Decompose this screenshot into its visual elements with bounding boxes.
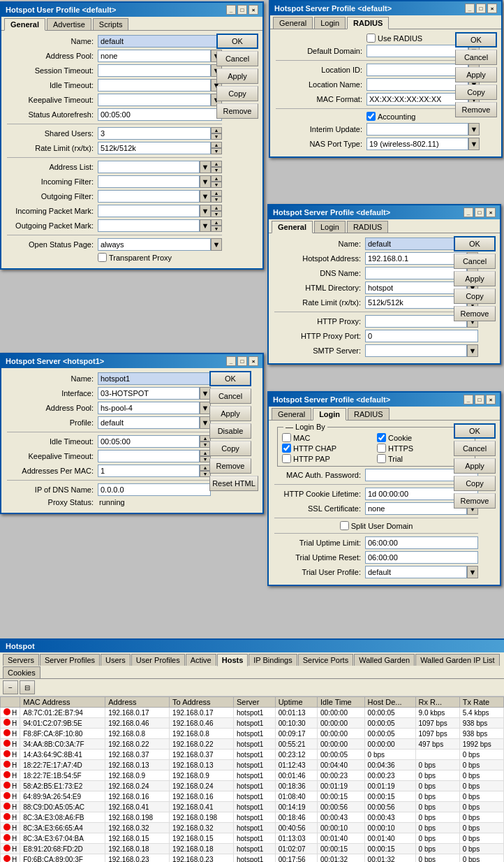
col-rx[interactable]: Rx R... bbox=[415, 697, 459, 708]
interim-update-arrow[interactable]: ▼ bbox=[468, 123, 480, 136]
session-timeout-input[interactable] bbox=[98, 64, 211, 77]
http-proxy-port-input[interactable] bbox=[365, 330, 478, 342]
incoming-filter-arrow[interactable]: ▼ bbox=[200, 175, 211, 188]
outgoing-pkt-mark-updown[interactable]: ▲▼ bbox=[211, 219, 222, 232]
ok-button-4[interactable]: OK bbox=[209, 371, 251, 386]
tab-user-profiles[interactable]: User Profiles bbox=[131, 654, 185, 666]
dns-name-input[interactable] bbox=[365, 267, 467, 279]
table-row[interactable]: H 8C:3A:E3:67:04:BA 192.168.0.15 192.168… bbox=[1, 833, 504, 844]
maximize-btn-2[interactable]: □ bbox=[476, 3, 486, 13]
address-list-input[interactable] bbox=[98, 161, 200, 173]
col-host-de[interactable]: Host De... bbox=[364, 697, 415, 708]
col-type[interactable] bbox=[1, 697, 20, 708]
use-radius-check[interactable] bbox=[366, 34, 376, 43]
tab-general-3[interactable]: General bbox=[272, 221, 313, 233]
http-proxy-input[interactable] bbox=[365, 315, 467, 328]
apply-button[interactable]: Apply bbox=[216, 68, 258, 84]
minimize-btn-3[interactable]: _ bbox=[464, 207, 473, 217]
col-idle[interactable]: Idle Time bbox=[318, 697, 365, 708]
status-autorefresh-input[interactable] bbox=[98, 108, 222, 121]
tab-scripts[interactable]: Scripts bbox=[93, 18, 129, 30]
cancel-button-4[interactable]: Cancel bbox=[209, 388, 251, 404]
tab-walled-garden-ip[interactable]: Walled Garden IP List bbox=[415, 654, 499, 666]
table-row[interactable]: H 88:C9:D0:A5:05:AC 192.168.0.41 192.168… bbox=[1, 802, 504, 812]
rate-limit-input[interactable] bbox=[98, 142, 211, 154]
tab-users[interactable]: Users bbox=[101, 654, 131, 666]
smtp-server-input[interactable] bbox=[365, 344, 467, 357]
html-directory-input[interactable] bbox=[365, 282, 467, 294]
ok-button-3[interactable]: OK bbox=[454, 236, 496, 251]
tab-active[interactable]: Active bbox=[186, 654, 216, 666]
interface-input[interactable] bbox=[98, 387, 200, 400]
tab-radius-5[interactable]: RADIUS bbox=[348, 408, 390, 420]
trial-user-profile-arrow[interactable]: ▼ bbox=[467, 566, 478, 578]
server-idle-timeout-input[interactable] bbox=[98, 435, 200, 448]
transparent-proxy-check[interactable] bbox=[98, 253, 107, 262]
incoming-pkt-mark-updown[interactable]: ▲▼ bbox=[211, 205, 222, 217]
minimize-btn-2[interactable]: _ bbox=[465, 3, 475, 13]
location-name-input[interactable] bbox=[366, 78, 468, 91]
cancel-button-5[interactable]: Cancel bbox=[454, 441, 496, 456]
open-status-page-arrow[interactable]: ▼ bbox=[211, 238, 222, 251]
rate-limit-updown[interactable]: ▲▼ bbox=[211, 142, 222, 154]
ip-dns-name-input[interactable] bbox=[98, 483, 211, 496]
incoming-pkt-mark-arrow[interactable]: ▼ bbox=[200, 205, 211, 217]
disable-button[interactable]: Disable bbox=[209, 423, 251, 439]
server-profile-input[interactable] bbox=[98, 416, 200, 429]
table-row[interactable]: H 18:22:7E:1B:54:5F 192.168.0.9 192.168.… bbox=[1, 770, 504, 781]
tab-login-5[interactable]: Login bbox=[313, 408, 346, 421]
server-keepalive-input[interactable] bbox=[98, 450, 200, 462]
http-chap-check[interactable] bbox=[282, 444, 291, 453]
ssl-certificate-input[interactable] bbox=[365, 502, 467, 515]
tab-login-2[interactable]: Login bbox=[314, 17, 346, 29]
address-list-arrow[interactable]: ▼ bbox=[200, 161, 211, 173]
tab-cookies[interactable]: Cookies bbox=[3, 666, 40, 678]
outgoing-pkt-mark-arrow[interactable]: ▼ bbox=[200, 219, 211, 232]
tab-server-profiles[interactable]: Server Profiles bbox=[40, 654, 100, 666]
rate-limit-input-3[interactable] bbox=[365, 296, 467, 309]
table-row[interactable]: H 58:A2:B5:E1:73:E2 192.168.0.24 192.168… bbox=[1, 781, 504, 791]
tab-hosts[interactable]: Hosts bbox=[217, 654, 249, 666]
table-row[interactable]: H F0:6B:CA:89:00:3F 192.168.0.23 192.168… bbox=[1, 854, 504, 863]
keepalive-input[interactable] bbox=[98, 94, 211, 106]
close-btn-5[interactable]: × bbox=[486, 395, 496, 404]
trial-user-profile-input[interactable] bbox=[365, 566, 467, 578]
copy-button[interactable]: Copy bbox=[216, 86, 258, 101]
col-mac[interactable]: MAC Address bbox=[20, 697, 105, 708]
table-row[interactable]: H 94:01:C2:07:9B:5E 192.168.0.46 192.168… bbox=[1, 718, 504, 729]
table-row[interactable]: H 14:A3:64:9C:8B:41 192.168.0.37 192.168… bbox=[1, 750, 504, 760]
tab-servers[interactable]: Servers bbox=[3, 654, 39, 666]
maximize-btn-4[interactable]: □ bbox=[237, 356, 247, 366]
col-address[interactable]: Address bbox=[105, 697, 170, 708]
address-list-updown[interactable]: ▲▼ bbox=[211, 161, 222, 173]
minimize-btn-4[interactable]: _ bbox=[226, 356, 236, 366]
tab-walled-garden[interactable]: Walled Garden bbox=[354, 654, 415, 666]
close-btn-4[interactable]: × bbox=[249, 356, 258, 366]
remove-button-3[interactable]: Remove bbox=[454, 306, 496, 321]
tab-service-ports[interactable]: Service Ports bbox=[298, 654, 353, 666]
apply-button-5[interactable]: Apply bbox=[454, 458, 496, 474]
trial-check[interactable] bbox=[377, 454, 386, 463]
reset-html-button[interactable]: Reset HTML bbox=[209, 476, 258, 491]
table-row[interactable]: H F8:8F:CA:8F:10:80 192.168.0.8 192.168.… bbox=[1, 729, 504, 739]
close-btn[interactable]: × bbox=[249, 5, 258, 15]
maximize-btn[interactable]: □ bbox=[237, 5, 247, 15]
tab-radius-3[interactable]: RADIUS bbox=[347, 221, 389, 233]
table-row[interactable]: H 8C:3A:E3:66:65:A4 192.168.0.32 192.168… bbox=[1, 823, 504, 833]
maximize-btn-3[interactable]: □ bbox=[475, 207, 484, 217]
cancel-button-3[interactable]: Cancel bbox=[454, 254, 496, 269]
table-row[interactable]: H 34:AA:8B:C0:3A:7F 192.168.0.22 192.168… bbox=[1, 739, 504, 750]
shared-users-input[interactable] bbox=[98, 127, 211, 140]
remove-button[interactable]: Remove bbox=[216, 103, 258, 119]
table-row[interactable]: H 64:89:9A:26:54:E9 192.168.0.16 192.168… bbox=[1, 791, 504, 802]
minimize-btn-5[interactable]: _ bbox=[464, 395, 473, 404]
split-user-domain-check[interactable] bbox=[340, 521, 349, 530]
copy-button-2[interactable]: Copy bbox=[455, 85, 497, 100]
default-domain-input[interactable] bbox=[366, 45, 468, 57]
ok-button[interactable]: OK bbox=[216, 34, 258, 49]
cancel-button-2[interactable]: Cancel bbox=[455, 50, 497, 65]
apply-button-3[interactable]: Apply bbox=[454, 271, 496, 286]
minus-button[interactable]: − bbox=[3, 680, 18, 694]
copy-button-3[interactable]: Copy bbox=[454, 288, 496, 304]
copy-button-4[interactable]: Copy bbox=[209, 441, 251, 456]
